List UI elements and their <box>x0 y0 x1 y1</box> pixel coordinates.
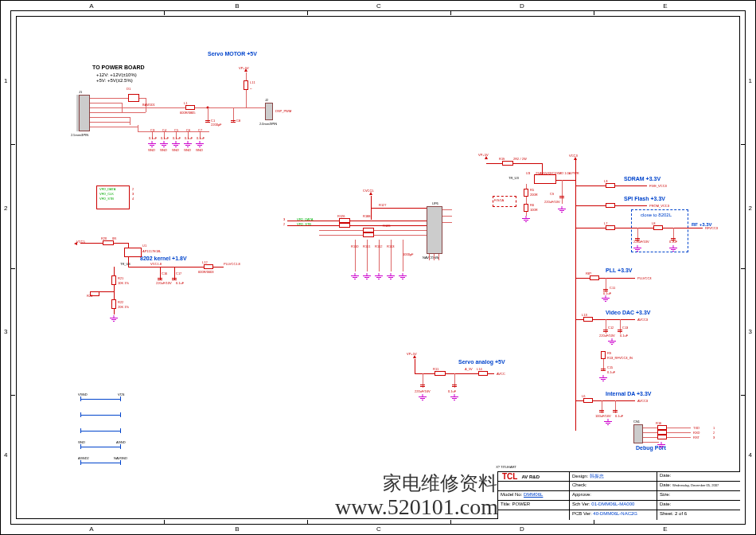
r22-val: 20K 1% <box>118 305 129 309</box>
d1-type: BAW101 <box>142 103 155 107</box>
d1-lbl: D1 <box>127 87 131 91</box>
pllvcc18: PLLVCC1.8 <box>224 262 240 266</box>
grid-col-e-top: E <box>663 2 667 10</box>
l1-lbl: L1 <box>184 101 187 105</box>
r16-lbl: R16 <box>656 421 661 425</box>
bp-agnd: AGND <box>116 440 126 444</box>
r17-val: 2 <box>713 431 715 435</box>
reg-u3 <box>534 174 556 184</box>
c6v: 0.1uF <box>185 136 193 140</box>
tru3: TR_U3 <box>509 176 519 180</box>
r127-top: R127 <box>379 203 387 207</box>
gnd-icon <box>148 141 156 146</box>
gnd-icon <box>657 442 665 447</box>
u3-lbl: U3 <box>526 171 530 175</box>
wire <box>90 127 138 127</box>
c11-lbl: C11 <box>610 286 615 290</box>
r21-val: 10K 1% <box>118 281 129 285</box>
rfvcc3: RFVCC3 <box>705 226 718 230</box>
model-lbl: Model No: <box>501 492 522 497</box>
inductor-l12 <box>204 264 213 269</box>
connector-j2 <box>265 103 273 120</box>
tru4: TR_U4 <box>120 262 131 266</box>
c17-lbl: C17 <box>176 271 181 275</box>
vp5v-r: VP+5V <box>478 153 489 157</box>
r19-lbl: R19 <box>499 157 505 161</box>
r6-val: 100R <box>530 208 538 212</box>
c13-lbl: C13 <box>622 326 628 330</box>
wire <box>233 107 265 108</box>
grid-row-4-l: 4 <box>4 451 7 459</box>
r23-lbl: R23 <box>87 294 92 298</box>
connector-up6 <box>427 206 442 254</box>
bp-vgnd-l: VGND <box>78 392 88 396</box>
close-to-note: close to 8202L <box>641 213 672 217</box>
c14-val: 100uF/16V <box>595 414 611 418</box>
wire <box>556 180 575 181</box>
c4-lbl: C4 <box>162 128 166 132</box>
pin2: 2 <box>283 222 285 226</box>
reg-u1 <box>124 248 142 257</box>
rf-cval2: 0.1uF <box>669 240 677 244</box>
c15-val: 0.1uF <box>607 370 615 374</box>
sheet-tot: 6 <box>684 511 687 516</box>
r188-lbl: R188 <box>363 214 371 218</box>
tick <box>450 10 451 15</box>
avcc-out: AVCC <box>497 372 505 376</box>
grid-row-3-r: 3 <box>749 328 752 335</box>
gnd-icon <box>172 141 180 146</box>
res-r20 <box>103 240 114 245</box>
r9-val: R13_RFVCC3_IN <box>607 356 633 360</box>
rst: RST <box>693 435 699 439</box>
res-r11 <box>435 371 446 376</box>
r110: R110 <box>351 244 359 248</box>
port-end <box>80 428 81 433</box>
title-val: POWER <box>512 502 530 506</box>
gnd-icon <box>522 216 530 221</box>
port-end <box>120 428 121 433</box>
tick <box>307 520 308 525</box>
grid-row-2-l: 2 <box>4 205 7 212</box>
gnd-icon <box>399 273 407 279</box>
wire <box>442 216 452 217</box>
vfd-clk: VFD_CLK <box>99 192 114 196</box>
res-r127 <box>339 223 350 228</box>
tick <box>594 520 594 525</box>
port-end <box>80 460 81 465</box>
wire <box>562 180 563 204</box>
title-sdram: SDRAM +3.3V <box>624 176 661 182</box>
wire <box>138 125 138 131</box>
gnd-lbl: GND <box>148 148 155 152</box>
port-row <box>80 415 120 416</box>
arrow <box>74 242 77 245</box>
gnd-icon <box>558 206 566 212</box>
title-block: TCLAV R&D Design: 韩振忠 Date: Check: Date:… <box>497 471 740 519</box>
avcc3-1: AVCC3 <box>637 318 648 322</box>
wire <box>643 432 691 433</box>
vfd-data2: VFD_DATA <box>297 217 313 221</box>
inductor-l6 <box>583 398 593 403</box>
inductor-l1 <box>185 105 195 110</box>
check-lbl: Check: <box>572 482 587 487</box>
vfd-stb: VFD_STB <box>99 197 114 201</box>
l12-val: 600R/0603 <box>198 270 214 274</box>
r113: R113 <box>387 244 395 248</box>
logo-text: TCL <box>501 472 519 481</box>
res-r6 <box>524 204 528 212</box>
r21-lbl: R21 <box>118 276 123 280</box>
date-lbl: Date: <box>660 473 671 478</box>
r111: R111 <box>363 244 371 248</box>
pcb-lbl: PCB Ver: <box>572 511 592 516</box>
r9-lbl: R9 <box>607 351 611 355</box>
c8-lbl: C8 <box>236 119 240 123</box>
gnd-icon <box>602 295 610 301</box>
vcc3-lbl: VCC3 <box>569 154 578 158</box>
l8-lbl: L8 <box>652 221 655 225</box>
port-end <box>120 396 121 401</box>
wire <box>122 103 123 112</box>
gnd-icon <box>669 245 677 251</box>
r19-val: 2R2 / 2W <box>513 157 527 161</box>
c4v: 0.1uF <box>161 136 169 140</box>
gnd-lbl: GND <box>196 148 203 152</box>
port-end <box>120 460 121 465</box>
